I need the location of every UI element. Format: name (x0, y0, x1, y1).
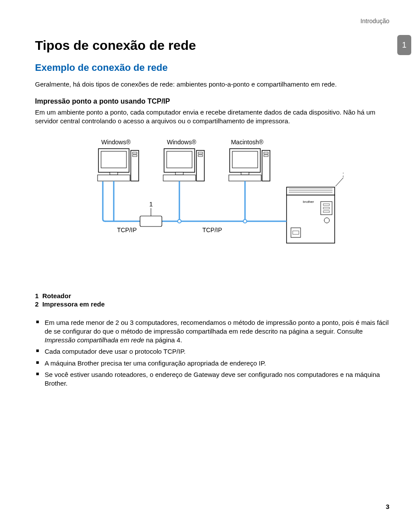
svg-rect-27 (323, 204, 329, 206)
legend-num-1: 1 (35, 292, 38, 300)
bullet-1-text-b: na página 4. (144, 336, 182, 344)
diagram-printer-ref: 2 (343, 171, 343, 178)
intro-paragraph: Geralmente, há dois tipos de conexões de… (35, 80, 389, 88)
svg-rect-1 (101, 151, 126, 168)
body-paragraph: Em um ambiente ponto a ponto, cada compu… (35, 108, 389, 126)
svg-rect-13 (198, 155, 203, 157)
computer-icon-2 (163, 149, 204, 181)
svg-text:brother: brother (303, 200, 314, 204)
svg-rect-40 (140, 216, 162, 226)
chapter-badge: 1 (397, 35, 411, 55)
diagram-proto-left: TCP/IP (117, 226, 136, 233)
diagram-legend: 1 Roteador 2 Impressora em rede (35, 292, 389, 308)
diagram-label-comp3: Macintosh® (231, 139, 264, 146)
diagram-proto-right: TCP/IP (202, 226, 222, 233)
svg-point-30 (324, 218, 329, 223)
svg-rect-16 (241, 172, 249, 175)
legend-item-2: 2 Impressora em rede (35, 300, 389, 308)
svg-rect-9 (175, 172, 183, 175)
svg-rect-3 (98, 175, 130, 181)
svg-rect-19 (264, 152, 268, 154)
bullet-list: Em uma rede menor de 2 ou 3 computadores… (35, 318, 389, 388)
subheading: Impressão ponto a ponto usando TCP/IP (35, 98, 389, 105)
svg-rect-8 (167, 151, 192, 168)
svg-rect-17 (229, 175, 261, 181)
running-head: Introdução (35, 17, 389, 24)
svg-rect-15 (232, 151, 258, 168)
legend-item-1: 1 Roteador (35, 292, 389, 300)
network-lines (103, 181, 287, 221)
svg-rect-6 (133, 155, 137, 157)
diagram-router-ref: 1 (149, 200, 153, 208)
legend-text-1: Roteador (42, 292, 71, 300)
svg-point-41 (178, 219, 181, 223)
svg-rect-10 (163, 175, 196, 181)
bullet-item-1: Em uma rede menor de 2 ou 3 computadores… (35, 318, 389, 345)
section-subtitle: Exemplo de conexão de rede (35, 62, 389, 73)
computer-icon-3 (229, 149, 270, 181)
router-icon (140, 216, 162, 226)
svg-rect-22 (287, 187, 335, 195)
bullet-1-italic: Impressão compartilhada em rede (45, 336, 144, 344)
svg-rect-32 (293, 231, 299, 234)
bullet-1-text-a: Em uma rede menor de 2 ou 3 computadores… (45, 319, 388, 335)
bullet-item-4: Se você estiver usando roteadores, o end… (35, 370, 389, 388)
diagram-label-comp1: Windows® (101, 139, 131, 146)
svg-rect-12 (198, 152, 203, 154)
diagram-label-comp2: Windows® (167, 139, 196, 146)
bullet-item-2: Cada computador deve usar o protocolo TC… (35, 347, 389, 356)
svg-rect-29 (323, 211, 329, 212)
svg-rect-28 (323, 207, 329, 209)
bullet-item-3: A máquina Brother precisa ter uma config… (35, 359, 389, 368)
network-diagram: Windows® Windows® Macintosh® (81, 138, 343, 280)
svg-rect-20 (264, 155, 268, 157)
svg-line-34 (336, 178, 343, 186)
svg-rect-5 (133, 152, 137, 154)
page-number: 3 (386, 503, 389, 510)
legend-num-2: 2 (35, 300, 38, 308)
svg-point-42 (243, 219, 247, 223)
computer-icon-1 (98, 149, 139, 181)
page-title: Tipos de conexão de rede (35, 38, 389, 53)
document-page: Introdução 1 Tipos de conexão de rede Ex… (0, 0, 420, 519)
legend-text-2: Impressora em rede (42, 300, 105, 308)
svg-rect-2 (110, 172, 118, 175)
printer-icon: brother (287, 187, 335, 243)
